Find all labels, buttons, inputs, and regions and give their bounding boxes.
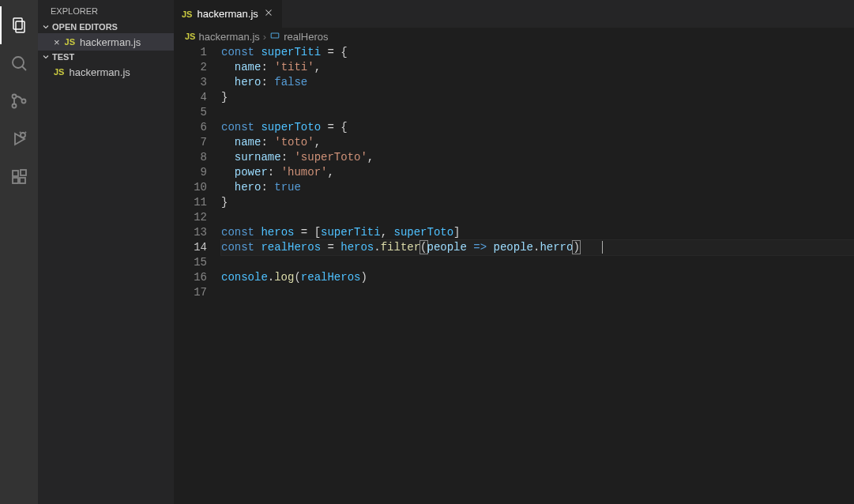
svg-line-3 <box>22 66 26 70</box>
line-number: 8 <box>174 150 207 165</box>
chevron-down-icon <box>41 22 51 32</box>
code-line[interactable]: const realHeros = heros.filter(people =>… <box>221 240 854 255</box>
line-number: 9 <box>174 165 207 180</box>
activity-extensions-icon[interactable] <box>0 158 38 196</box>
svg-line-10 <box>25 132 26 133</box>
line-number: 17 <box>174 285 207 300</box>
chevron-right-icon: › <box>263 31 266 43</box>
line-number: 3 <box>174 75 207 90</box>
svg-point-6 <box>22 100 26 103</box>
file-tree-item[interactable]: JS hackerman.js <box>38 63 174 81</box>
symbol-variable-icon <box>269 30 280 43</box>
line-number: 10 <box>174 180 207 195</box>
code-content[interactable]: const superTiti = { name: 'titi', hero: … <box>221 45 854 504</box>
code-line[interactable] <box>221 210 854 225</box>
svg-rect-0 <box>13 18 22 29</box>
breadcrumb[interactable]: JS hackerman.js › realHeros <box>174 28 854 45</box>
svg-point-8 <box>21 133 25 137</box>
js-file-icon: JS <box>54 67 64 77</box>
code-line[interactable]: hero: false <box>221 75 854 90</box>
code-line[interactable] <box>221 255 854 270</box>
code-line[interactable]: surname: 'superToto', <box>221 150 854 165</box>
file-name: hackerman.js <box>69 66 130 78</box>
code-line[interactable] <box>221 105 854 120</box>
sidebar-title: EXPLORER <box>38 0 174 21</box>
line-number: 2 <box>174 60 207 75</box>
breadcrumb-file: hackerman.js <box>198 31 259 43</box>
svg-rect-13 <box>20 178 25 183</box>
code-line[interactable]: const heros = [superTiti, superToto] <box>221 225 854 240</box>
section-test[interactable]: TEST <box>38 51 174 63</box>
code-editor[interactable]: 1234567891011121314151617 const superTit… <box>174 45 854 504</box>
line-number: 11 <box>174 195 207 210</box>
code-line[interactable]: } <box>221 90 854 105</box>
code-line[interactable]: const superToto = { <box>221 120 854 135</box>
line-number: 15 <box>174 255 207 270</box>
line-number: 5 <box>174 105 207 120</box>
js-file-icon: JS <box>185 32 195 41</box>
code-line[interactable]: name: 'titi', <box>221 60 854 75</box>
line-number: 16 <box>174 270 207 285</box>
section-label: OPEN EDITORS <box>52 22 118 32</box>
code-line[interactable] <box>221 285 854 300</box>
code-line[interactable]: console.log(realHeros) <box>221 270 854 285</box>
code-line[interactable]: const superTiti = { <box>221 45 854 60</box>
svg-line-9 <box>20 132 21 133</box>
section-open-editors[interactable]: OPEN EDITORS <box>38 21 174 33</box>
open-editor-item[interactable]: × JS hackerman.js <box>38 33 174 51</box>
tab-hackerman[interactable]: JS hackerman.js <box>174 0 283 28</box>
line-number: 12 <box>174 210 207 225</box>
activity-explorer-icon[interactable] <box>0 6 38 44</box>
activity-run-debug-icon[interactable] <box>0 120 38 158</box>
code-line[interactable]: } <box>221 195 854 210</box>
svg-point-2 <box>13 57 24 68</box>
section-label: TEST <box>52 52 74 62</box>
svg-point-4 <box>13 95 17 99</box>
line-number: 6 <box>174 120 207 135</box>
editor-group: JS hackerman.js JS hackerman.js › realHe… <box>174 0 854 504</box>
svg-point-5 <box>13 104 17 108</box>
tab-bar: JS hackerman.js <box>174 0 854 28</box>
code-line[interactable]: name: 'toto', <box>221 135 854 150</box>
close-icon[interactable]: × <box>54 36 60 48</box>
line-number-gutter: 1234567891011121314151617 <box>174 45 221 504</box>
activity-search-icon[interactable] <box>0 44 38 82</box>
svg-rect-15 <box>271 32 279 37</box>
svg-rect-1 <box>16 21 24 32</box>
js-file-icon: JS <box>182 9 192 19</box>
text-cursor <box>602 241 609 254</box>
line-number: 7 <box>174 135 207 150</box>
code-line[interactable]: power: 'humor', <box>221 165 854 180</box>
line-number: 1 <box>174 45 207 60</box>
code-line[interactable]: hero: true <box>221 180 854 195</box>
file-name: hackerman.js <box>80 36 141 48</box>
activity-bar <box>0 0 38 504</box>
svg-rect-12 <box>13 178 18 183</box>
sidebar: EXPLORER OPEN EDITORS × JS hackerman.js … <box>38 0 174 504</box>
line-number: 14 <box>174 240 207 255</box>
svg-rect-11 <box>13 171 18 176</box>
close-icon[interactable] <box>263 7 274 21</box>
line-number: 4 <box>174 90 207 105</box>
js-file-icon: JS <box>65 37 75 47</box>
svg-rect-14 <box>21 170 26 175</box>
line-number: 13 <box>174 225 207 240</box>
breadcrumb-symbol: realHeros <box>284 31 328 43</box>
tab-label: hackerman.js <box>197 8 258 20</box>
chevron-down-icon <box>41 52 51 62</box>
activity-source-control-icon[interactable] <box>0 82 38 120</box>
